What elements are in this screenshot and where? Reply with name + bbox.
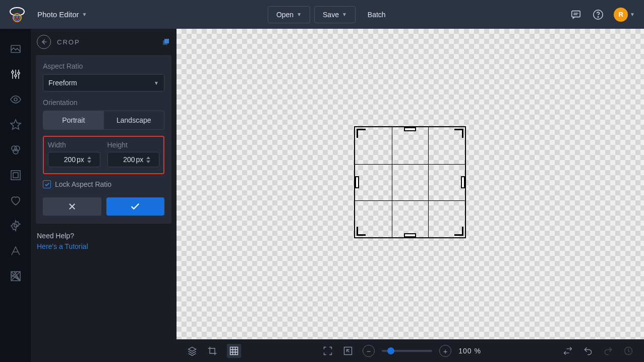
width-height-highlight: Width px Height px	[43, 136, 164, 174]
crop-handle-top[interactable]	[404, 127, 416, 131]
zoom-in-button[interactable]: +	[439, 345, 451, 357]
height-label: Height	[107, 141, 160, 149]
unit-label: px	[77, 156, 84, 164]
back-button[interactable]	[37, 35, 51, 49]
chevron-down-icon: ▼	[154, 80, 159, 86]
svg-point-5	[598, 16, 598, 17]
width-input[interactable]	[53, 156, 76, 164]
account-menu[interactable]: R ▼	[614, 8, 635, 22]
redo-icon[interactable]	[603, 345, 614, 356]
aspect-ratio-select[interactable]: Freeform ▼	[43, 74, 164, 91]
lock-aspect-label: Lock Aspect Ratio	[55, 180, 111, 188]
svg-rect-20	[230, 347, 238, 355]
comments-icon[interactable]	[569, 8, 582, 21]
save-button[interactable]: Save ▼	[314, 6, 356, 23]
rail-image-icon[interactable]	[9, 42, 23, 56]
svg-rect-19	[164, 39, 169, 43]
width-input-wrap[interactable]: px	[48, 152, 100, 167]
height-step-down[interactable]	[145, 160, 151, 164]
rail-effects-icon[interactable]	[9, 143, 23, 157]
zoom-slider-thumb[interactable]	[387, 347, 394, 354]
open-button[interactable]: Open ▼	[268, 6, 310, 23]
rail-gear-icon[interactable]	[9, 219, 23, 233]
help-icon[interactable]	[592, 8, 605, 21]
crop-handle-bottom-left[interactable]	[357, 227, 366, 236]
batch-button[interactable]: Batch	[360, 6, 394, 23]
layers-icon[interactable]	[187, 345, 198, 356]
crop-handle-bottom[interactable]	[404, 233, 416, 237]
width-label: Width	[48, 141, 100, 149]
svg-rect-14	[11, 171, 20, 180]
crop-overlay[interactable]	[354, 126, 466, 238]
height-input[interactable]	[113, 156, 135, 164]
canvas-viewport[interactable]	[177, 29, 644, 339]
rail-texture-icon[interactable]	[9, 269, 23, 283]
crop-tool-icon[interactable]	[207, 345, 218, 356]
fit-screen-icon[interactable]	[322, 345, 333, 356]
chevron-down-icon: ▼	[297, 12, 302, 17]
confirm-button[interactable]	[106, 197, 165, 216]
chevron-down-icon: ▼	[342, 12, 347, 17]
aspect-ratio-label: Aspect Ratio	[43, 62, 164, 70]
svg-point-9	[18, 72, 20, 74]
avatar: R	[614, 8, 628, 22]
svg-point-10	[14, 98, 17, 101]
app-logo[interactable]	[9, 7, 25, 23]
undo-icon[interactable]	[582, 345, 594, 356]
orientation-segment: Portrait Landscape	[43, 111, 164, 130]
help-tutorial-link[interactable]: Here's a Tutorial	[37, 242, 88, 250]
app-title-label: Photo Editor	[37, 10, 79, 19]
rail-adjust-icon[interactable]	[9, 67, 23, 81]
svg-point-2	[16, 16, 19, 19]
rail-heart-icon[interactable]	[9, 193, 23, 208]
zoom-out-button[interactable]: −	[363, 345, 375, 357]
height-input-wrap[interactable]: px	[107, 152, 160, 167]
zoom-slider[interactable]	[382, 350, 432, 352]
rail-eye-icon[interactable]	[9, 92, 23, 107]
grid-overlay-icon[interactable]	[227, 344, 241, 358]
orientation-landscape-button[interactable]: Landscape	[104, 111, 164, 129]
orientation-portrait-button[interactable]: Portrait	[43, 111, 104, 129]
crop-handle-right[interactable]	[461, 176, 465, 188]
svg-point-8	[15, 75, 17, 77]
panel-title: CROP	[57, 38, 155, 46]
help-question: Need Help?	[37, 232, 170, 240]
svg-point-13	[13, 149, 18, 154]
crop-handle-bottom-right[interactable]	[454, 227, 463, 236]
unit-label: px	[136, 156, 144, 164]
compare-toggle-icon[interactable]	[562, 345, 573, 356]
crop-handle-left[interactable]	[355, 176, 359, 188]
actual-size-icon[interactable]	[342, 345, 354, 356]
orientation-label: Orientation	[43, 98, 164, 107]
lock-aspect-checkbox[interactable]	[43, 180, 51, 188]
rail-frame-icon[interactable]	[9, 168, 23, 182]
crop-handle-top-right[interactable]	[454, 129, 463, 138]
compare-icon[interactable]	[161, 37, 170, 46]
history-icon[interactable]	[623, 345, 634, 356]
chevron-down-icon: ▼	[630, 12, 635, 17]
cancel-button[interactable]	[43, 197, 101, 216]
svg-rect-3	[572, 11, 580, 17]
chevron-down-icon: ▼	[82, 12, 87, 17]
height-step-up[interactable]	[145, 156, 151, 160]
zoom-value: 100 %	[458, 347, 481, 355]
svg-point-12	[15, 146, 20, 151]
svg-rect-15	[13, 173, 18, 178]
crop-handle-top-left[interactable]	[357, 129, 366, 138]
svg-point-7	[12, 71, 14, 73]
app-title-dropdown[interactable]: Photo Editor ▼	[32, 7, 92, 22]
width-step-up[interactable]	[86, 156, 92, 160]
width-step-down[interactable]	[86, 160, 92, 164]
rail-text-icon[interactable]	[9, 244, 23, 258]
rail-star-icon[interactable]	[9, 118, 23, 132]
